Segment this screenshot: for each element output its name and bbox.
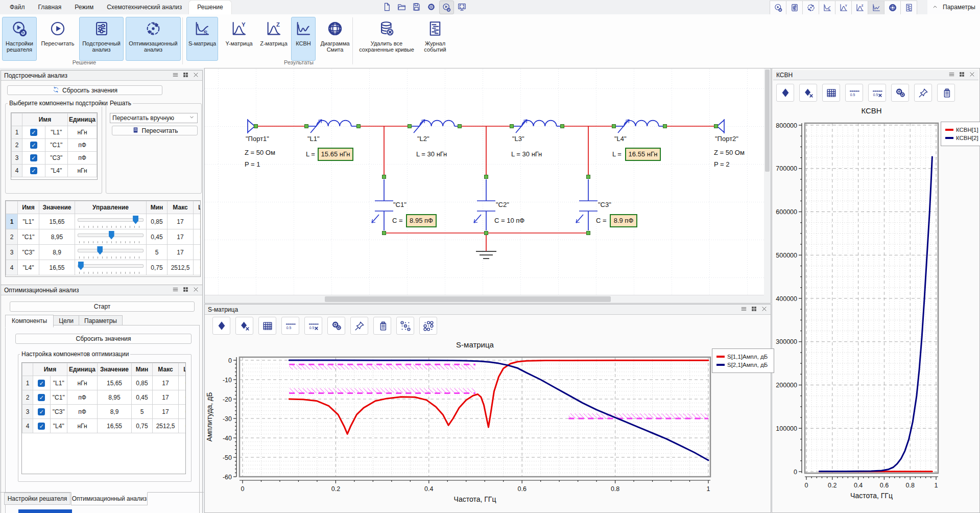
quick-settings-gear-button[interactable]: [424, 1, 438, 13]
table-row[interactable]: 1"L1"15,650,85170,1: [6, 214, 201, 229]
chart-toolbar-marker-x-button[interactable]: [799, 84, 817, 102]
hamburger-icon[interactable]: [172, 286, 179, 294]
ribbon-button-solver-settings[interactable]: Настройки решателя: [2, 17, 37, 61]
menu-item-5[interactable]: Решение: [188, 0, 231, 14]
chart-toolbar-marker-x-button[interactable]: [235, 317, 253, 335]
view-ksvn-button[interactable]: [868, 1, 885, 15]
row-checkbox[interactable]: ✓: [38, 380, 45, 387]
smatrix-chart[interactable]: 00.20.40.60.81-60-50-40-30-20-100Частота…: [205, 356, 771, 512]
recalculate-button[interactable]: Пересчитать: [112, 126, 198, 135]
tab-solver-settings[interactable]: Настройки решателя: [4, 493, 70, 505]
schematic-vscrollbar[interactable]: [764, 68, 771, 303]
view-s-matrix-button[interactable]: S: [819, 1, 835, 15]
ribbon-button-tuning[interactable]: Подстроечный анализ: [79, 17, 124, 61]
hamburger-icon[interactable]: [948, 71, 955, 79]
schematic-hscrollbar[interactable]: [205, 295, 764, 303]
view-smith-button[interactable]: [884, 1, 901, 15]
view-y-matrix-button[interactable]: Y: [835, 1, 852, 15]
row-checkbox[interactable]: ✓: [30, 129, 37, 136]
chart-toolbar-ref-line-x-button[interactable]: 0.5: [304, 317, 322, 335]
ribbon-button-recalculate[interactable]: Пересчитать: [39, 17, 77, 61]
table-row[interactable]: 1✓"L1"нГн15,650,85170,1: [22, 376, 186, 390]
l3-eq: L = 30 нГн: [511, 150, 542, 158]
reset-values-button[interactable]: Сбросить значения: [7, 85, 162, 95]
ribbon-button-journal[interactable]: Журнал событий: [419, 17, 451, 61]
row-checkbox[interactable]: ✓: [38, 423, 45, 430]
opt-tab-1[interactable]: Компоненты: [5, 315, 54, 328]
view-optimization-button[interactable]: [802, 1, 819, 15]
chart-toolbar-table-view-button[interactable]: [822, 84, 840, 102]
ribbon-button-z-matrix[interactable]: ZZ-матрица: [258, 17, 290, 61]
table-row[interactable]: 3"C3"8,95170,1: [6, 245, 201, 260]
table-row[interactable]: 4✓"L4"нГн16,550,752512,50,1: [22, 419, 186, 433]
table-row[interactable]: 1✓"L1"нГн: [12, 126, 97, 139]
row-checkbox[interactable]: ✓: [38, 394, 45, 401]
chart-toolbar-markers-sparse-button[interactable]: [396, 317, 414, 335]
quick-run-settings-button[interactable]: [439, 1, 454, 14]
tuning-slider[interactable]: [76, 245, 145, 260]
row-checkbox[interactable]: ✓: [38, 408, 45, 415]
table-row[interactable]: 3✓"C3"пФ8,95170,1: [22, 405, 186, 419]
table-row[interactable]: 2"C1"8,950,45170,1: [6, 229, 201, 245]
schematic-canvas[interactable]: "Порт1" Z = 50 Ом P = 1 "L1" L = 15.65 н…: [205, 68, 764, 295]
quick-new-file-button[interactable]: [380, 1, 394, 13]
menu-item-3[interactable]: Режим: [68, 0, 100, 14]
ksvn-chart[interactable]: 00.20.40.60.8101000002000003000004000005…: [772, 120, 979, 512]
parameters-toggle[interactable]: Параметры: [927, 0, 980, 14]
menu-item-4[interactable]: Схемотехнический анализ: [100, 0, 188, 14]
chart-toolbar-pin-button[interactable]: [350, 317, 368, 335]
view-z-matrix-button[interactable]: Z: [851, 1, 868, 15]
chart-toolbar-copy-button[interactable]: [937, 84, 955, 102]
tuning-slider[interactable]: [76, 261, 145, 275]
solve-mode-dropdown[interactable]: Пересчитать вручную: [110, 113, 198, 123]
close-icon[interactable]: [969, 71, 975, 79]
table-row[interactable]: 4✓"L4"нГн: [12, 165, 97, 177]
chart-toolbar-pin-button[interactable]: [914, 84, 932, 102]
ribbon-button-optimization[interactable]: Оптимизационный анализ: [126, 17, 181, 61]
chart-toolbar-marker-button[interactable]: [776, 84, 794, 102]
chart-toolbar-ref-line-button[interactable]: 0.5: [281, 317, 299, 335]
tuning-slider[interactable]: [76, 215, 145, 229]
table-row[interactable]: 3✓"C3"пФ: [12, 152, 97, 165]
tuning-slider[interactable]: [76, 230, 145, 244]
quick-fit-screen-button[interactable]: [455, 1, 469, 13]
tab-optimization-analysis[interactable]: Оптимизационный анализ: [71, 492, 148, 505]
view-run-settings-button[interactable]: [770, 1, 786, 15]
quick-save-button[interactable]: [410, 1, 423, 13]
menu-item-1[interactable]: Файл: [3, 0, 32, 14]
chart-toolbar-ref-line-x-button[interactable]: 0.5: [868, 84, 886, 102]
ribbon-button-s-matrix[interactable]: SS-матрица: [186, 17, 218, 61]
chart-toolbar-ref-line-button[interactable]: 0.5: [845, 84, 863, 102]
ribbon-button-y-matrix[interactable]: YY-матрица: [223, 17, 255, 61]
tiles-icon[interactable]: [959, 71, 965, 79]
row-checkbox[interactable]: ✓: [30, 154, 37, 161]
chart-toolbar-markers-dense-button[interactable]: [419, 317, 437, 335]
table-row[interactable]: 2✓"C1"пФ: [12, 139, 97, 152]
start-optimization-button[interactable]: Старт: [10, 301, 195, 312]
ribbon-button-ksvn[interactable]: КСВН: [291, 17, 316, 61]
row-checkbox[interactable]: ✓: [30, 167, 37, 174]
chart-toolbar-chart-settings-button[interactable]: [891, 84, 909, 102]
quick-open-folder-button[interactable]: [395, 1, 409, 13]
hamburger-icon[interactable]: [740, 306, 747, 314]
menu-item-2[interactable]: Главная: [32, 0, 68, 14]
tiles-icon[interactable]: [182, 72, 189, 80]
close-icon[interactable]: [193, 286, 199, 294]
tiles-icon[interactable]: [751, 306, 757, 314]
chart-toolbar-copy-button[interactable]: [373, 317, 391, 335]
table-row[interactable]: 2✓"C1"пФ8,950,45170,1: [22, 390, 186, 405]
close-icon[interactable]: [193, 72, 199, 80]
row-checkbox[interactable]: ✓: [30, 142, 37, 149]
view-journal-button[interactable]: [900, 1, 917, 15]
hamburger-icon[interactable]: [172, 72, 179, 80]
close-icon[interactable]: [761, 306, 768, 314]
view-tuning-button[interactable]: [786, 1, 803, 15]
reset-opt-values-button[interactable]: Сбросить значения: [15, 334, 192, 344]
ribbon-button-delete-curves[interactable]: Удалить все сохраненные кривые: [357, 17, 416, 61]
chart-toolbar-marker-button[interactable]: [212, 317, 230, 335]
chart-toolbar-table-view-button[interactable]: [258, 317, 276, 335]
tiles-icon[interactable]: [182, 286, 189, 294]
ribbon-button-smith[interactable]: Диаграмма Смита: [318, 17, 352, 61]
table-row[interactable]: 4"L4"16,550,752512,50,1: [6, 260, 201, 275]
chart-toolbar-chart-settings-button[interactable]: [327, 317, 345, 335]
